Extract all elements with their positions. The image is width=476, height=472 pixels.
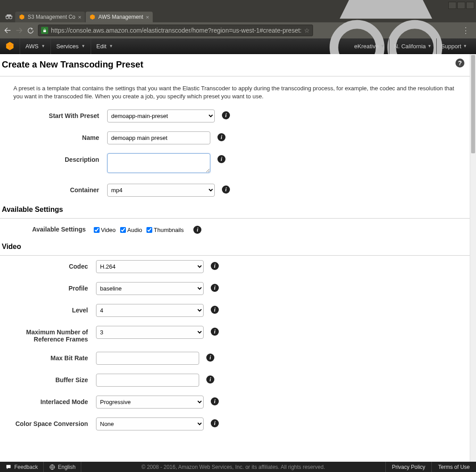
label-codec: Codec	[0, 260, 96, 270]
info-icon[interactable]: i	[211, 328, 219, 336]
info-icon[interactable]: i	[211, 397, 219, 405]
label-color-space-conv: Color Space Conversion	[0, 417, 96, 427]
terms-of-use-link[interactable]: Terms of Use	[431, 462, 476, 472]
label-name: Name	[0, 131, 107, 141]
chrome-menu-button[interactable]: ⋮	[459, 25, 472, 35]
level-select[interactable]: 4	[96, 304, 204, 317]
max-ref-frames-select[interactable]: 3	[96, 326, 204, 339]
intro-text: A preset is a template that contains the…	[0, 76, 470, 105]
incognito-icon	[3, 11, 15, 22]
svg-rect-2	[43, 30, 46, 32]
info-icon[interactable]: i	[217, 155, 225, 163]
label-level: Level	[0, 304, 96, 314]
buffer-size-input[interactable]	[96, 374, 199, 387]
copyright-text: © 2008 - 2016, Amazon Web Services, Inc.…	[81, 464, 385, 470]
aws-menu-edit[interactable]: Edit▼	[91, 38, 118, 54]
scrollbar-thumb[interactable]	[471, 55, 475, 153]
start-with-preset-select[interactable]: demoapp-main-preset	[107, 110, 215, 122]
back-button[interactable]	[4, 26, 12, 34]
info-icon[interactable]: i	[193, 226, 201, 234]
label-max-bit-rate: Max Bit Rate	[0, 352, 96, 362]
url-text: https://console.aws.amazon.com/elastictr…	[51, 27, 301, 34]
container-select[interactable]: mp4	[107, 184, 215, 197]
description-textarea[interactable]	[107, 153, 210, 173]
help-icon[interactable]: ?	[455, 59, 464, 67]
label-available-settings: Available Settings	[0, 223, 94, 233]
tab-close-icon[interactable]: ×	[78, 14, 82, 21]
tab-label: AWS Management	[98, 14, 143, 20]
info-icon[interactable]: i	[211, 306, 219, 314]
interlaced-mode-select[interactable]: Progressive	[96, 396, 204, 409]
speech-bubble-icon	[5, 464, 12, 470]
page-title: Create a New Transcoding Preset	[0, 54, 470, 76]
info-icon[interactable]: i	[222, 185, 230, 194]
color-space-conv-select[interactable]: None	[96, 417, 204, 430]
info-icon[interactable]: i	[211, 419, 219, 427]
info-icon[interactable]: i	[217, 133, 225, 141]
tab-aws-console[interactable]: AWS Management ×	[86, 12, 153, 22]
label-container: Container	[0, 184, 107, 194]
section-video: Video	[0, 238, 470, 256]
aws-navbar: AWS▼ Services▼ Edit▼ eKreative▼ N. Calif…	[0, 38, 476, 54]
checkbox-video[interactable]: Video	[94, 227, 116, 233]
info-icon[interactable]: i	[206, 354, 214, 362]
main-content: ? Create a New Transcoding Preset A pres…	[0, 54, 470, 462]
tab-close-icon[interactable]: ×	[146, 14, 150, 21]
lock-icon	[41, 27, 48, 34]
aws-account-dropdown[interactable]: eKreative▼	[350, 38, 389, 54]
language-button[interactable]: English	[44, 462, 81, 472]
label-max-ref-frames: Maximum Number of Reference Frames	[0, 326, 96, 343]
aws-favicon-icon	[89, 14, 96, 20]
profile-select[interactable]: baseline	[96, 282, 204, 295]
privacy-policy-link[interactable]: Privacy Policy	[385, 462, 432, 472]
aws-favicon-icon	[19, 14, 25, 20]
aws-footer: Feedback English © 2008 - 2016, Amazon W…	[0, 462, 476, 472]
reload-button[interactable]	[27, 27, 34, 34]
tab-s3-console[interactable]: S3 Management Co ×	[15, 12, 85, 22]
window-close-button[interactable]	[466, 2, 474, 9]
checkbox-audio[interactable]: Audio	[120, 227, 142, 233]
label-profile: Profile	[0, 282, 96, 292]
forward-button[interactable]	[15, 26, 23, 34]
svg-point-0	[6, 16, 8, 19]
label-buffer-size: Buffer Size	[0, 374, 96, 384]
checkbox-thumbnails[interactable]: Thumbnails	[146, 227, 184, 233]
window-maximize-button[interactable]	[457, 2, 465, 9]
info-icon[interactable]: i	[206, 375, 214, 384]
svg-point-1	[9, 16, 12, 19]
chrome-toolbar: https://console.aws.amazon.com/elastictr…	[0, 22, 476, 38]
vertical-scrollbar[interactable]	[470, 54, 476, 462]
aws-menu-aws[interactable]: AWS▼	[20, 38, 50, 54]
url-bar[interactable]: https://console.aws.amazon.com/elastictr…	[38, 25, 313, 36]
aws-region-dropdown[interactable]: N. California▼	[389, 38, 436, 54]
tab-label: S3 Management Co	[28, 14, 75, 20]
name-input[interactable]	[107, 131, 210, 144]
info-icon[interactable]: i	[211, 262, 219, 270]
info-icon[interactable]: i	[222, 111, 230, 119]
bookmark-star-icon[interactable]: ☆	[304, 27, 310, 34]
info-icon[interactable]: i	[211, 284, 219, 292]
label-start-with-preset: Start With Preset	[0, 110, 107, 119]
label-interlaced-mode: Interlaced Mode	[0, 396, 96, 405]
feedback-button[interactable]: Feedback	[0, 462, 44, 472]
label-description: Description	[0, 153, 107, 163]
aws-menu-services[interactable]: Services▼	[50, 38, 91, 54]
max-bit-rate-input[interactable]	[96, 352, 199, 365]
section-available-settings: Available Settings	[0, 201, 470, 219]
aws-logo[interactable]	[0, 41, 20, 51]
globe-icon	[49, 464, 55, 470]
aws-support-dropdown[interactable]: Support▼	[436, 38, 472, 54]
codec-select[interactable]: H.264	[96, 260, 204, 273]
